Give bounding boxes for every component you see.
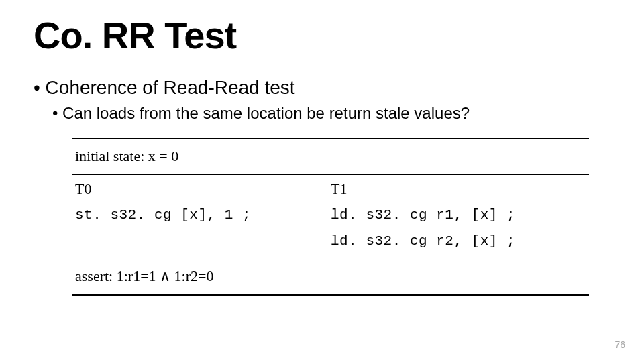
page-number: 76 [614, 339, 625, 350]
bullet-list: Coherence of Read-Read test Can loads fr… [34, 76, 610, 123]
t0-label: T0 [75, 178, 331, 200]
t0-line1: st. s32. cg [x], 1 ; [75, 204, 331, 227]
bullet-lvl2: Can loads from the same location be retu… [52, 103, 610, 123]
rule-bottom [72, 294, 589, 296]
t1-label: T1 [331, 178, 586, 200]
initial-state-text: initial state: x = 0 [75, 145, 178, 168]
t1-line1: ld. s32. cg r1, [x] ; [331, 204, 586, 227]
assert-row: assert: 1:r1=1 ∧ 1:r2=0 [72, 259, 589, 294]
thread-header-row: T0 T1 [72, 175, 589, 204]
code-table: initial state: x = 0 T0 T1 st. s32. cg [… [72, 138, 589, 296]
slide: Co. RR Test Coherence of Read-Read test … [0, 0, 644, 362]
code-row-1: st. s32. cg [x], 1 ; ld. s32. cg r1, [x]… [72, 204, 589, 231]
t1-line2: ld. s32. cg r2, [x] ; [331, 231, 586, 253]
initial-state-row: initial state: x = 0 [72, 139, 589, 174]
code-row-2: ld. s32. cg r2, [x] ; [72, 231, 589, 259]
t0-line2-empty [75, 231, 331, 253]
slide-title: Co. RR Test [34, 13, 610, 57]
assert-text: assert: 1:r1=1 ∧ 1:r2=0 [75, 265, 213, 288]
bullet-lvl1: Coherence of Read-Read test [34, 76, 610, 99]
